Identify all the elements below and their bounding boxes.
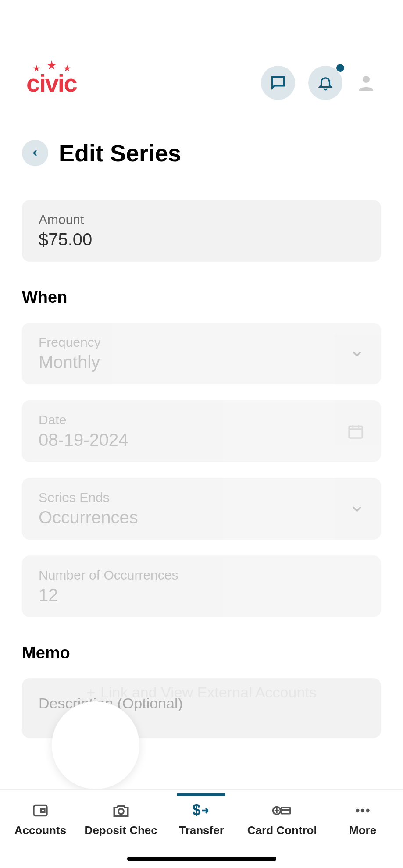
tab-transfer-label: Transfer [179,824,224,837]
svg-point-8 [356,809,359,812]
star-icon: ★ [33,64,39,73]
svg-point-4 [118,809,124,814]
back-button[interactable] [22,140,48,166]
svg-text:$: $ [193,802,201,818]
occurrences-field[interactable]: Number of Occurrences 12 [22,555,381,617]
amount-value: $75.00 [39,230,364,249]
brand-logo: ★ ★ ★ civic [26,69,77,97]
tab-card-controls[interactable]: Card Control [242,793,322,837]
svg-point-0 [363,76,370,83]
series-ends-value: Occurrences [39,508,350,527]
date-value: 08-19-2024 [39,430,347,450]
svg-rect-3 [41,809,45,812]
amount-label: Amount [39,212,364,227]
star-icon: ★ [64,64,70,73]
occurrences-label: Number of Occurrences [39,568,364,583]
svg-point-10 [366,809,370,812]
star-icon: ★ [47,59,56,71]
date-label: Date [39,413,347,427]
more-icon [354,802,371,819]
notifications-button[interactable] [308,66,342,100]
wallet-icon [32,802,49,819]
tab-bar: Accounts Deposit Chec $ Transfer [0,789,403,868]
chevron-down-icon [350,346,364,361]
occurrences-value: 12 [39,585,364,605]
floating-circle [52,701,139,789]
app-header: ★ ★ ★ civic [0,0,403,117]
amount-field[interactable]: Amount $75.00 [22,200,381,262]
tab-more-label: More [349,824,376,837]
date-field[interactable]: Date 08-19-2024 [22,400,381,462]
profile-button[interactable] [356,72,377,93]
tab-accounts[interactable]: Accounts [0,793,81,837]
home-indicator [127,857,276,861]
series-ends-field[interactable]: Series Ends Occurrences [22,478,381,540]
when-section-label: When [22,288,381,307]
tab-more[interactable]: More [322,793,403,837]
notification-dot [336,64,344,72]
external-accounts-ghost: + Link and View External Accounts [0,684,403,701]
transfer-icon: $ [191,802,212,819]
tab-transfer[interactable]: $ Transfer [161,793,242,837]
series-ends-label: Series Ends [39,490,350,505]
svg-rect-1 [349,426,362,438]
tab-deposit[interactable]: Deposit Chec [81,793,161,837]
calendar-icon [347,423,364,440]
bell-icon [317,75,334,91]
plus-icon: + [86,684,95,701]
frequency-field[interactable]: Frequency Monthly [22,323,381,384]
memo-section-label: Memo [22,644,381,662]
tab-deposit-label: Deposit Chec [85,824,157,837]
card-icon [271,802,292,819]
page-title: Edit Series [59,139,181,167]
chevron-left-icon [30,148,40,158]
tab-card-label: Card Control [247,824,317,837]
camera-icon [112,801,130,820]
chevron-down-icon [350,502,364,516]
frequency-value: Monthly [39,352,350,372]
tab-accounts-label: Accounts [14,824,66,837]
page-header: Edit Series [0,117,403,184]
frequency-label: Frequency [39,335,350,350]
svg-point-9 [361,809,364,812]
chat-icon [269,74,287,92]
messages-button[interactable] [261,66,295,100]
